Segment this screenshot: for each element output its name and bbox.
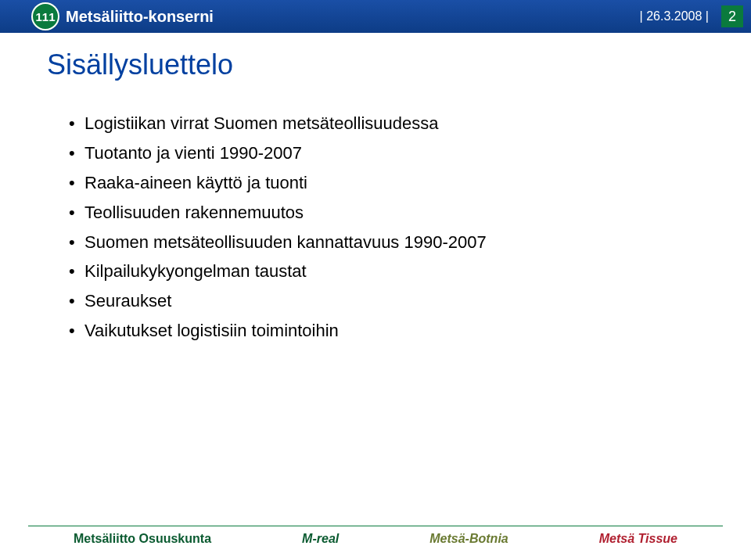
footer-divider xyxy=(28,526,723,526)
slide: 111 Metsäliitto-konserni | 26.3.2008 | 2… xyxy=(0,0,751,560)
footer-brand: M-real xyxy=(302,532,339,546)
slide-title: Sisällysluettelo xyxy=(47,48,704,81)
list-item: Kilpailukykyongelman taustat xyxy=(69,259,704,284)
logo-text: Metsäliitto-konserni xyxy=(66,8,214,26)
footer-brand: Metsäliitto Osuuskunta xyxy=(74,532,211,546)
footer-brand: Metsä-Botnia xyxy=(429,532,508,546)
footer: Metsäliitto Osuuskunta M-real Metsä-Botn… xyxy=(0,526,751,560)
list-item: Vaikutukset logistisiin toimintoihin xyxy=(69,318,704,343)
list-item: Seuraukset xyxy=(69,289,704,314)
slide-body: Sisällysluettelo Logistiikan virrat Suom… xyxy=(47,48,704,348)
topbar: 111 Metsäliitto-konserni | 26.3.2008 | 2 xyxy=(0,0,751,33)
bullet-list: Logistiikan virrat Suomen metsäteollisuu… xyxy=(47,111,704,343)
list-item: Raaka-aineen käyttö ja tuonti xyxy=(69,171,704,196)
footer-brand: Metsä Tissue xyxy=(599,532,677,546)
logo: 111 Metsäliitto-konserni xyxy=(0,2,214,31)
list-item: Logistiikan virrat Suomen metsäteollisuu… xyxy=(69,111,704,136)
slide-date: | 26.3.2008 | xyxy=(640,9,717,23)
logo-mark-icon: 111 xyxy=(31,2,59,31)
page-number: 2 xyxy=(721,5,743,27)
list-item: Teollisuuden rakennemuutos xyxy=(69,200,704,225)
list-item: Suomen metsäteollisuuden kannattavuus 19… xyxy=(69,230,704,255)
list-item: Tuotanto ja vienti 1990-2007 xyxy=(69,141,704,166)
